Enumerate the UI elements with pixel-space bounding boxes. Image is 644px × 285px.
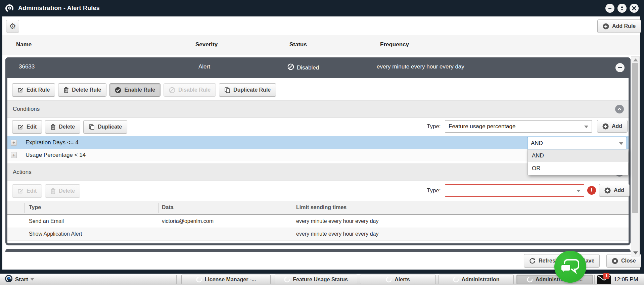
action-table-row[interactable]: Show Application Alert every minute ever… bbox=[7, 228, 629, 241]
start-button[interactable]: Start bbox=[2, 275, 37, 284]
condition-operator-dropdown[interactable]: AND bbox=[527, 137, 627, 149]
action-type-dropdown[interactable] bbox=[445, 184, 584, 197]
action-limit: every minute every hour every day bbox=[296, 231, 378, 237]
chat-widget-button[interactable] bbox=[554, 251, 586, 283]
scrollbar-thumb[interactable] bbox=[632, 63, 638, 213]
expand-plus-icon[interactable]: + bbox=[11, 152, 17, 158]
taskbar: Start License Manager -... Feature Usage… bbox=[0, 274, 644, 285]
action-table-row[interactable]: Send an Email victoria@openlm.com every … bbox=[7, 216, 629, 228]
trash-icon bbox=[50, 188, 56, 194]
restore-button[interactable] bbox=[617, 4, 627, 13]
taskbar-clock: 12:05 PM bbox=[614, 276, 638, 283]
duplicate-pages-icon bbox=[89, 124, 95, 130]
taskbar-item-label: Alerts bbox=[395, 277, 410, 283]
window-title: Administration - Alert Rules bbox=[18, 5, 100, 12]
next-rule-row-edge[interactable] bbox=[5, 249, 631, 252]
app-swirl-icon bbox=[453, 277, 459, 283]
edit-pencil-icon bbox=[17, 188, 24, 194]
window-border-left bbox=[0, 16, 2, 274]
vertical-scrollbar[interactable] bbox=[631, 56, 640, 256]
edit-condition-label: Edit bbox=[27, 124, 37, 130]
add-condition-button[interactable]: Add bbox=[597, 120, 628, 133]
rule-severity: Alert bbox=[198, 63, 210, 70]
close-window-button[interactable] bbox=[630, 4, 639, 13]
rule-name: 36633 bbox=[19, 63, 35, 70]
disable-rule-button: Disable Rule bbox=[164, 83, 216, 97]
mail-count-badge: 1 bbox=[603, 273, 609, 279]
collapse-conditions-button[interactable] bbox=[615, 105, 624, 113]
action-type: Show Application Alert bbox=[29, 231, 82, 237]
window-border-bottom bbox=[0, 270, 644, 274]
delete-action-label: Delete bbox=[59, 188, 75, 194]
edit-pencil-icon bbox=[17, 87, 24, 93]
footer: Refresh Save Close bbox=[0, 254, 644, 268]
main-toolbar bbox=[2, 16, 640, 36]
operator-dropdown-list: AND OR bbox=[527, 149, 628, 175]
duplicate-rule-button[interactable]: Duplicate Rule bbox=[219, 83, 276, 97]
taskbar-item-label: License Manager -... bbox=[205, 277, 256, 283]
column-frequency: Frequency bbox=[380, 41, 409, 48]
enable-rule-label: Enable Rule bbox=[124, 87, 155, 93]
chevron-down-icon bbox=[584, 126, 588, 128]
taskbar-item-label: Administration bbox=[462, 277, 500, 283]
expand-plus-icon[interactable]: + bbox=[11, 140, 17, 146]
add-action-button[interactable]: Add bbox=[599, 184, 630, 197]
delete-condition-button[interactable]: Delete bbox=[45, 120, 80, 134]
operator-value: AND bbox=[531, 140, 543, 147]
delete-rule-button[interactable]: Delete Rule bbox=[58, 83, 106, 97]
conditions-toolbar: Edit Delete Duplicate bbox=[12, 120, 127, 134]
actions-column-limit: Limit sending times bbox=[296, 204, 347, 210]
x-circle-icon bbox=[612, 258, 618, 264]
enable-rule-button[interactable]: Enable Rule bbox=[109, 83, 160, 97]
rule-summary-row[interactable]: 36633 Alert Disabled every minute every … bbox=[5, 57, 631, 78]
close-label: Close bbox=[621, 258, 636, 264]
condition-text: Expiration Days <= 4 bbox=[26, 139, 79, 146]
chevron-down-icon bbox=[31, 278, 34, 281]
duplicate-condition-button[interactable]: Duplicate bbox=[83, 120, 127, 134]
plus-circle-icon bbox=[604, 187, 611, 194]
operator-option-or[interactable]: OR bbox=[528, 162, 628, 175]
add-action-label: Add bbox=[614, 187, 624, 193]
action-type-label: Type: bbox=[427, 187, 441, 194]
taskbar-item-feature-usage-status[interactable]: Feature Usage Status bbox=[275, 275, 357, 284]
scroll-down-arrow-icon[interactable] bbox=[633, 251, 638, 254]
disable-rule-label: Disable Rule bbox=[178, 87, 211, 93]
taskbar-item-license-manager[interactable]: License Manager -... bbox=[181, 275, 271, 284]
conditions-title: Conditions bbox=[13, 106, 40, 112]
edit-rule-label: Edit Rule bbox=[27, 87, 50, 93]
validation-error-icon: ! bbox=[587, 186, 596, 195]
edit-pencil-icon bbox=[17, 124, 24, 130]
chat-bubbles-icon bbox=[561, 258, 580, 275]
actions-column-data: Data bbox=[162, 204, 174, 210]
slash-circle-icon bbox=[169, 87, 175, 93]
actions-column-type: Type bbox=[29, 204, 41, 210]
chevron-down-icon bbox=[619, 142, 623, 145]
edit-action-button: Edit bbox=[12, 184, 42, 198]
collapse-rule-button[interactable] bbox=[615, 63, 625, 72]
settings-gear-button[interactable]: ⚙ bbox=[6, 20, 19, 33]
action-limit: every minute every hour every day bbox=[296, 218, 378, 224]
taskbar-item-administration[interactable]: Administration bbox=[439, 275, 514, 284]
condition-type-dropdown[interactable]: Feature usage percentage bbox=[445, 120, 592, 133]
column-severity: Severity bbox=[195, 41, 218, 48]
edit-condition-button[interactable]: Edit bbox=[12, 120, 42, 134]
column-name: Name bbox=[16, 41, 32, 48]
start-logo-icon bbox=[5, 275, 13, 284]
add-rule-button[interactable]: Add Rule bbox=[597, 19, 641, 33]
condition-text: Usage Percentage < 14 bbox=[26, 152, 86, 158]
edit-rule-button[interactable]: Edit Rule bbox=[12, 83, 55, 97]
title-bar: Administration - Alert Rules bbox=[0, 0, 644, 16]
taskbar-item-alerts[interactable]: Alerts bbox=[360, 275, 436, 284]
column-status: Status bbox=[289, 41, 307, 48]
taskbar-separator bbox=[594, 275, 595, 284]
condition-type-value: Feature usage percentage bbox=[449, 123, 515, 130]
scroll-up-arrow-icon[interactable] bbox=[633, 58, 638, 61]
duplicate-pages-icon bbox=[224, 87, 230, 93]
minimize-button[interactable] bbox=[605, 4, 614, 13]
check-circle-icon bbox=[115, 87, 121, 93]
window-border-right bbox=[640, 16, 644, 274]
delete-condition-label: Delete bbox=[59, 124, 75, 130]
operator-option-and[interactable]: AND bbox=[528, 149, 628, 162]
taskbar-item-label: Feature Usage Status bbox=[293, 277, 348, 283]
trash-icon bbox=[50, 124, 56, 130]
